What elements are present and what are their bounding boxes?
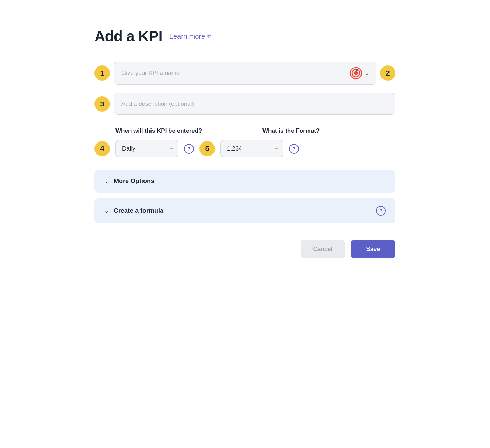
page-container: Add a KPI Learn more ⧉ 1: [94, 28, 396, 258]
icon-picker-button[interactable]: ⌄: [343, 62, 376, 84]
format-help-icon[interactable]: ?: [289, 144, 299, 154]
format-label: What is the Format?: [262, 127, 320, 134]
footer-row: Cancel Save: [94, 240, 396, 258]
external-link-icon: ⧉: [207, 33, 211, 40]
svg-point-3: [354, 71, 358, 75]
save-button[interactable]: Save: [351, 240, 396, 258]
description-row: 3: [94, 93, 396, 115]
step-badge-2: 2: [380, 65, 396, 81]
icon-picker-chevron: ⌄: [365, 70, 369, 76]
formula-help-icon[interactable]: ?: [376, 206, 386, 216]
learn-more-label: Learn more: [169, 33, 205, 41]
section-labels: When will this KPI be entered? What is t…: [115, 127, 396, 134]
step-badge-5: 5: [200, 141, 215, 156]
step-badge-3: 3: [94, 96, 110, 112]
format-select[interactable]: 1,234 1,234.56 $1,234 %: [220, 140, 284, 157]
kpi-name-input-wrapper: ⌄: [114, 62, 376, 85]
frequency-help-icon[interactable]: ?: [184, 144, 194, 154]
description-input[interactable]: [114, 93, 396, 115]
create-formula-title: Create a formula: [114, 207, 163, 215]
frequency-label: When will this KPI be entered?: [115, 127, 234, 134]
cancel-button[interactable]: Cancel: [301, 240, 345, 258]
more-options-title: More Options: [114, 177, 154, 185]
target-icon: [350, 67, 362, 79]
frequency-select[interactable]: Daily Weekly Monthly: [115, 140, 178, 157]
page-title: Add a KPI: [94, 28, 162, 45]
create-formula-section[interactable]: ⌄ Create a formula ?: [94, 198, 396, 223]
dropdowns-row: 4 Daily Weekly Monthly ? 5 1,234 1,234.5…: [94, 140, 396, 157]
more-options-chevron: ⌄: [104, 178, 109, 184]
step-badge-4: 4: [94, 141, 110, 156]
page-header: Add a KPI Learn more ⧉: [94, 28, 396, 45]
create-formula-chevron: ⌄: [104, 208, 109, 214]
kpi-name-row: 1 ⌄ 2: [94, 62, 396, 85]
kpi-name-input[interactable]: [114, 62, 343, 84]
step-badge-1: 1: [94, 65, 110, 81]
more-options-section[interactable]: ⌄ More Options: [94, 170, 396, 192]
learn-more-link[interactable]: Learn more ⧉: [169, 33, 211, 41]
